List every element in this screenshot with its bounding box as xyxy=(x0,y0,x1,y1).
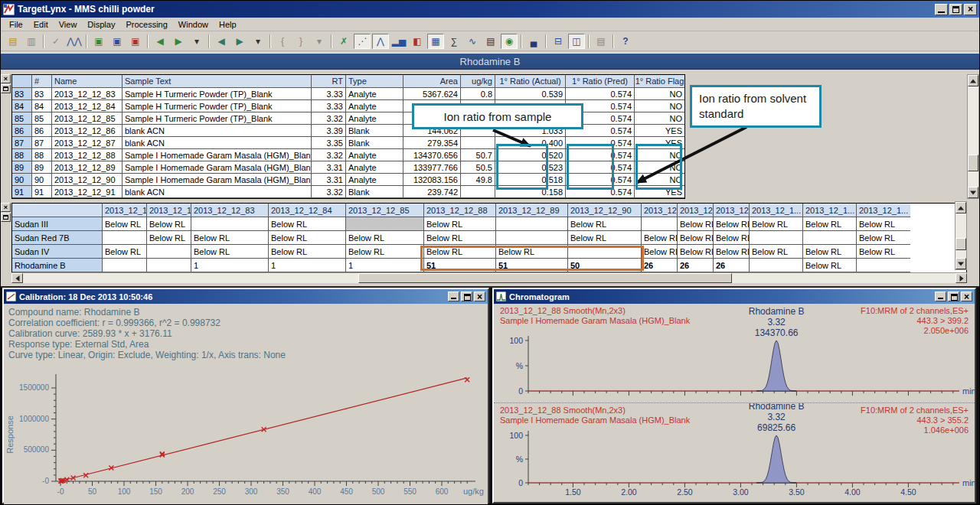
cell[interactable]: 26 xyxy=(714,259,750,272)
cell[interactable] xyxy=(642,217,678,231)
summary-horizontal-scrollbar[interactable] xyxy=(11,272,967,283)
cell-ratio-actual[interactable]: 0.539 xyxy=(495,88,566,100)
cell[interactable] xyxy=(750,259,803,272)
cell-ugkg[interactable] xyxy=(461,137,495,149)
cell[interactable]: Below RL xyxy=(803,217,857,231)
scroll-up-icon[interactable] xyxy=(956,202,966,213)
cell[interactable] xyxy=(103,231,147,245)
browser-icon[interactable]: ◉ xyxy=(501,34,518,49)
cell-type[interactable]: Blank xyxy=(346,125,403,137)
row-header[interactable]: 86 xyxy=(12,125,32,137)
bar-graph-icon[interactable]: ▂▅ xyxy=(390,34,407,49)
cell[interactable]: Below RL xyxy=(678,217,714,231)
cell-rt[interactable]: 3.32 xyxy=(312,186,346,198)
menu-display[interactable]: Display xyxy=(82,19,120,30)
cell-type[interactable]: Analyte xyxy=(346,112,403,125)
integrate-peaks-icon[interactable]: ⋀⋀ xyxy=(66,34,83,49)
cell[interactable] xyxy=(857,259,910,272)
row-header[interactable]: 84 xyxy=(12,100,32,112)
close-button[interactable]: × xyxy=(961,292,972,301)
print-icon[interactable]: ▤ xyxy=(593,34,609,49)
restore-button[interactable] xyxy=(461,292,472,301)
restore-button[interactable] xyxy=(949,4,962,15)
cell[interactable] xyxy=(103,259,147,272)
cell-sample-text[interactable]: Sample H Turmeric Powder (TP)_Blank xyxy=(122,88,312,100)
cell[interactable] xyxy=(147,245,191,259)
cell[interactable]: Below RL xyxy=(147,217,191,231)
cell-rt[interactable]: 3.31 xyxy=(312,174,346,186)
cell-rt[interactable]: 3.35 xyxy=(312,137,346,149)
spectrum-window-icon[interactable]: ▣ xyxy=(127,34,144,49)
cell[interactable]: Below RL xyxy=(750,217,803,231)
cell-name[interactable]: 2013_12_12_87 xyxy=(52,137,122,149)
cell-rt[interactable]: 3.33 xyxy=(312,88,346,100)
cell[interactable] xyxy=(496,231,568,245)
cell-num[interactable]: 89 xyxy=(32,161,52,174)
summary-vertical-scrollbar[interactable] xyxy=(955,201,967,270)
cell-type[interactable]: Analyte xyxy=(346,88,403,100)
cell-name[interactable]: 2013_12_12_89 xyxy=(52,161,122,174)
split-horizontal-icon[interactable]: ⊟ xyxy=(550,34,567,49)
cell-name[interactable]: 2013_12_12_85 xyxy=(52,112,122,125)
cell[interactable]: Below RL xyxy=(147,231,191,245)
cell[interactable]: Below RL xyxy=(191,231,269,245)
next-compound-icon[interactable]: ▶ xyxy=(231,34,248,49)
results-grid-icon[interactable]: ▦ xyxy=(427,34,444,49)
cell-name[interactable]: 2013_12_12_91 xyxy=(52,186,122,198)
cell[interactable] xyxy=(496,217,568,231)
cell-area[interactable]: 239.742 xyxy=(403,186,461,198)
cell[interactable]: Below RL xyxy=(750,245,803,259)
report-icon[interactable]: ▤ xyxy=(482,34,499,49)
cell[interactable]: Below RL xyxy=(424,217,496,231)
next-sample-icon[interactable]: ▶ xyxy=(170,34,187,49)
cell[interactable]: Below RL xyxy=(857,245,910,259)
cell-type[interactable]: Analyte xyxy=(346,100,403,112)
row-header[interactable]: 85 xyxy=(12,112,32,125)
cell-num[interactable]: 90 xyxy=(32,174,52,186)
cell-sample-text[interactable]: blank ACN xyxy=(122,186,312,198)
cell[interactable]: Below RL xyxy=(424,231,496,245)
scroll-up-icon[interactable] xyxy=(968,75,978,86)
minimize-button[interactable] xyxy=(935,4,948,15)
sample-list-dropdown-icon[interactable]: ▾ xyxy=(188,34,205,49)
table-row[interactable]: 85 85 2013_12_12_85 Sample H Turmeric Po… xyxy=(12,112,684,125)
cell[interactable]: Below RL xyxy=(857,231,910,245)
cell-ugkg[interactable]: 49.8 xyxy=(461,174,495,186)
cell[interactable]: 1 xyxy=(346,259,424,272)
grid-restore-icon[interactable] xyxy=(1,213,11,222)
cell[interactable]: Below RL xyxy=(269,245,346,259)
cell[interactable]: Below RL xyxy=(714,245,750,259)
cell[interactable]: Below RL xyxy=(678,245,714,259)
cell-area[interactable]: 133977.766 xyxy=(403,161,461,174)
cell-num[interactable]: 84 xyxy=(32,100,52,112)
cell-ugkg[interactable]: 50.7 xyxy=(461,149,495,161)
cell-type[interactable]: Analyte xyxy=(346,161,403,174)
cell-sample-text[interactable]: blank ACN xyxy=(122,137,312,149)
cell-area[interactable]: 134370.656 xyxy=(403,149,461,161)
scroll-down-icon[interactable] xyxy=(968,187,978,198)
cell-area[interactable]: 279.354 xyxy=(403,137,461,149)
cell[interactable]: Below RL xyxy=(269,217,346,231)
next-function-icon[interactable]: } xyxy=(292,34,309,49)
cell-type[interactable]: Analyte xyxy=(346,149,403,161)
menu-view[interactable]: View xyxy=(54,19,83,30)
row-header[interactable]: 91 xyxy=(12,186,32,198)
scroll-left-icon[interactable] xyxy=(11,273,23,283)
table-row[interactable]: Sudan III Below RL Below RL Below RL Bel… xyxy=(12,217,966,231)
cell-ratio-flag[interactable]: NO xyxy=(635,88,684,100)
compound-list-dropdown-icon[interactable]: ▾ xyxy=(250,34,266,49)
cell-num[interactable]: 85 xyxy=(32,112,52,125)
cell-name[interactable]: 2013_12_12_88 xyxy=(52,149,122,161)
peak-plot-icon[interactable]: ⋀ xyxy=(372,34,389,49)
open-icon[interactable]: ▤ xyxy=(5,34,21,49)
results-graph-icon[interactable]: ◧ xyxy=(409,34,426,49)
cell[interactable]: Below RL xyxy=(191,245,269,259)
verify-icon[interactable]: ✓ xyxy=(47,34,64,49)
summary-icon[interactable]: ∑ xyxy=(446,34,462,49)
close-button[interactable]: × xyxy=(964,4,977,15)
cell-num[interactable]: 86 xyxy=(32,125,52,137)
cell-sample-text[interactable]: Sample I Homemade Garam Masala (HGM)_Bla… xyxy=(122,161,312,174)
table-row[interactable]: 84 84 2013_12_12_84 Sample H Turmeric Po… xyxy=(12,100,684,112)
cell-num[interactable]: 87 xyxy=(32,137,52,149)
grid-close-icon[interactable]: × xyxy=(1,74,11,83)
